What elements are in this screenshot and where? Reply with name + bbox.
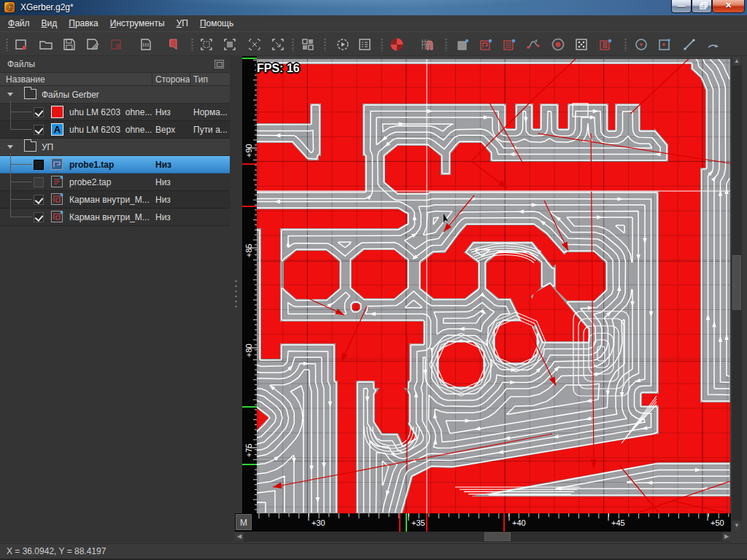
svg-text:+50: +50 — [711, 518, 724, 527]
svg-text:+75: +75 — [244, 443, 253, 457]
svg-text:+90: +90 — [244, 144, 253, 158]
svg-text:+80: +80 — [244, 343, 253, 357]
svg-text:+45: +45 — [611, 518, 625, 527]
svg-text:+30: +30 — [311, 518, 325, 527]
svg-text:+85: +85 — [244, 244, 253, 257]
svg-text:+40: +40 — [512, 518, 526, 527]
svg-text:+35: +35 — [411, 518, 425, 527]
